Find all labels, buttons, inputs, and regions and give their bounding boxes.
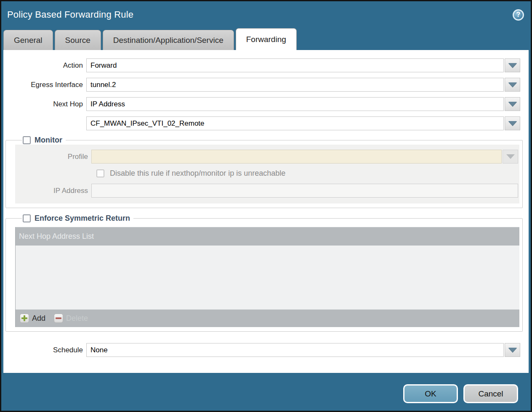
chevron-down-icon	[508, 348, 517, 352]
action-combobox: Forward	[86, 58, 520, 72]
monitor-panel: Profile Disable this rule if nexthop/mon…	[15, 145, 519, 203]
next-hop-combobox: IP Address	[86, 97, 520, 111]
egress-interface-row: Egress Interface tunnel.2	[3, 78, 529, 92]
cancel-button[interactable]: Cancel	[463, 384, 518, 403]
profile-row: Profile	[15, 150, 519, 164]
monitor-ip-address-row: IP Address	[15, 184, 519, 198]
action-dropdown-button[interactable]	[505, 58, 520, 72]
next-hop-address-row: CF_MWAN_IPsec_VTI_02_Remote	[3, 116, 529, 130]
help-icon[interactable]: ?	[513, 9, 524, 21]
tab-forwarding[interactable]: Forwarding	[236, 28, 297, 50]
delete-button-label: Delete	[66, 314, 88, 323]
egress-interface-dropdown-button[interactable]	[505, 78, 520, 92]
chevron-down-icon	[508, 82, 517, 87]
monitor-checkbox[interactable]	[23, 136, 31, 144]
monitor-fieldset: Monitor Profile Disable this rule if nex…	[5, 136, 523, 208]
next-hop-address-combobox: CF_MWAN_IPsec_VTI_02_Remote	[86, 116, 520, 130]
add-button-label: Add	[32, 314, 45, 323]
egress-interface-value[interactable]: tunnel.2	[86, 78, 504, 92]
monitor-ip-address-input	[91, 184, 518, 198]
disable-rule-label: Disable this rule if nexthop/monitor ip …	[110, 169, 285, 178]
next-hop-row: Next Hop IP Address	[3, 97, 529, 111]
tab-general[interactable]: General	[3, 30, 53, 50]
dialog-footer: OK Cancel	[1, 373, 531, 411]
monitor-ip-address-fieldwrap	[91, 184, 518, 198]
delete-button: Delete	[54, 314, 88, 323]
chevron-down-icon	[506, 154, 515, 159]
chevron-down-icon	[508, 121, 517, 126]
policy-based-forwarding-dialog: Policy Based Forwarding Rule ? General S…	[0, 0, 532, 412]
dialog-title: Policy Based Forwarding Rule	[7, 9, 133, 20]
profile-dropdown-button	[503, 150, 518, 164]
minus-icon	[54, 314, 63, 323]
next-hop-address-list-body	[16, 246, 519, 309]
schedule-label: Schedule	[3, 346, 86, 354]
next-hop-address-dropdown-button[interactable]	[505, 116, 520, 130]
schedule-row: Schedule None	[3, 343, 529, 357]
ok-button[interactable]: OK	[403, 384, 458, 403]
symmetric-return-legend: Enforce Symmetric Return	[22, 214, 133, 223]
disable-rule-row: Disable this rule if nexthop/monitor ip …	[96, 169, 519, 178]
action-row: Action Forward	[3, 58, 529, 72]
monitor-legend-label: Monitor	[35, 136, 62, 145]
next-hop-dropdown-button[interactable]	[505, 97, 520, 111]
monitor-legend: Monitor	[22, 136, 66, 145]
chevron-down-icon	[508, 63, 517, 68]
next-hop-address-value[interactable]: CF_MWAN_IPsec_VTI_02_Remote	[86, 116, 504, 130]
action-value[interactable]: Forward	[86, 58, 504, 72]
plus-icon	[20, 314, 29, 323]
egress-interface-label: Egress Interface	[3, 81, 86, 89]
profile-value	[91, 150, 502, 164]
tab-destination-application-service[interactable]: Destination/Application/Service	[103, 30, 234, 50]
add-button[interactable]: Add	[20, 314, 54, 323]
action-label: Action	[3, 61, 86, 70]
next-hop-address-table: Next Hop Address List Add Delete	[15, 227, 519, 327]
symmetric-return-fieldset: Enforce Symmetric Return Next Hop Addres…	[5, 214, 523, 332]
schedule-combobox: None	[86, 343, 520, 357]
schedule-value[interactable]: None	[86, 343, 504, 357]
dialog-titlebar: Policy Based Forwarding Rule ?	[1, 1, 531, 28]
disable-rule-checkbox	[96, 169, 104, 177]
egress-interface-combobox: tunnel.2	[86, 78, 520, 92]
schedule-dropdown-button[interactable]	[505, 343, 520, 357]
profile-combobox	[91, 150, 518, 164]
symmetric-return-legend-label: Enforce Symmetric Return	[35, 214, 130, 223]
chevron-down-icon	[508, 102, 517, 106]
profile-label: Profile	[15, 153, 91, 161]
tab-bar: General Source Destination/Application/S…	[1, 28, 531, 50]
enforce-symmetric-return-checkbox[interactable]	[23, 214, 31, 222]
monitor-ip-address-label: IP Address	[15, 187, 91, 195]
forwarding-tab-panel: Action Forward Egress Interface tunnel.2…	[3, 50, 529, 373]
next-hop-address-list-header: Next Hop Address List	[16, 227, 519, 246]
next-hop-value[interactable]: IP Address	[86, 97, 504, 111]
next-hop-label: Next Hop	[3, 100, 86, 108]
next-hop-address-list-footer: Add Delete	[16, 309, 519, 327]
tab-source[interactable]: Source	[55, 30, 101, 50]
